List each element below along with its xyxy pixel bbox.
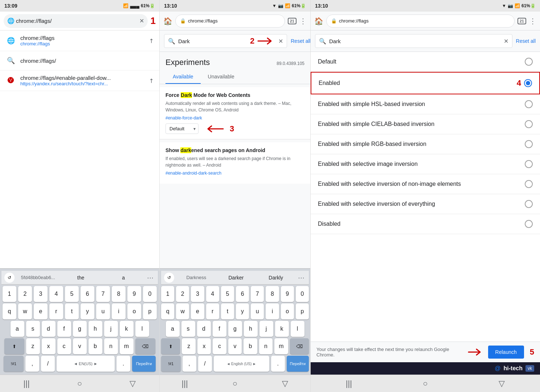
key2-h[interactable]: h bbox=[244, 321, 258, 337]
key2-0[interactable]: 0 bbox=[296, 286, 309, 302]
flags-search-input-2[interactable] bbox=[178, 38, 247, 44]
search-clear-2[interactable]: ✕ bbox=[278, 38, 283, 45]
key2-g[interactable]: g bbox=[228, 321, 242, 337]
key-c[interactable]: c bbox=[57, 338, 71, 354]
suggestion-item-3[interactable]: 🅨 chrome://flags/#enable-parallel-dow...… bbox=[0, 70, 159, 91]
option-hsl[interactable]: Enabled with simple HSL-based inversion bbox=[311, 94, 540, 114]
radio-default[interactable] bbox=[525, 58, 533, 66]
key2-shift[interactable]: ⬆ bbox=[161, 338, 180, 354]
key-0[interactable]: 0 bbox=[143, 286, 157, 302]
key2-sym[interactable]: !#1 bbox=[161, 356, 181, 372]
key-u[interactable]: u bbox=[96, 303, 110, 319]
key-m[interactable]: m bbox=[120, 338, 134, 354]
key2-a[interactable]: a bbox=[166, 321, 180, 337]
key2-p[interactable]: p bbox=[296, 303, 309, 319]
key-5[interactable]: 5 bbox=[65, 286, 79, 302]
key2-r[interactable]: r bbox=[206, 303, 219, 319]
kb-clip-text-1[interactable]: 5fd48bb0eab6... bbox=[17, 273, 59, 282]
chrome-address-bar-2[interactable]: 🔒 chrome://flags bbox=[175, 15, 285, 28]
key2-u[interactable]: u bbox=[251, 303, 264, 319]
key2-3[interactable]: 3 bbox=[191, 286, 204, 302]
option-disabled[interactable]: Disabled bbox=[311, 214, 540, 234]
key-p[interactable]: p bbox=[143, 303, 157, 319]
key-4[interactable]: 4 bbox=[49, 286, 63, 302]
nav-home-3[interactable]: ○ bbox=[417, 375, 434, 392]
kb-word2-1[interactable]: a bbox=[103, 273, 144, 282]
key2-lang[interactable]: ◄ English (US) ► bbox=[214, 356, 269, 372]
key2-o[interactable]: o bbox=[281, 303, 294, 319]
key-b[interactable]: b bbox=[89, 338, 102, 354]
key-8[interactable]: 8 bbox=[112, 286, 126, 302]
key-n[interactable]: n bbox=[104, 338, 118, 354]
key-1[interactable]: 1 bbox=[3, 286, 16, 302]
key-shift-1[interactable]: ⬆ bbox=[4, 338, 24, 354]
key-y[interactable]: y bbox=[81, 303, 94, 319]
key-s[interactable]: s bbox=[26, 321, 40, 337]
key-comma-1[interactable]: , bbox=[25, 356, 39, 372]
key2-2[interactable]: 2 bbox=[176, 286, 189, 302]
key2-s[interactable]: s bbox=[181, 321, 195, 337]
menu-icon-3[interactable]: ⋮ bbox=[529, 17, 536, 25]
key2-t[interactable]: t bbox=[221, 303, 234, 319]
flags-search-input-3[interactable] bbox=[329, 38, 501, 44]
option-sel-image[interactable]: Enabled with selective image inversion bbox=[311, 154, 540, 174]
key-3[interactable]: 3 bbox=[34, 286, 48, 302]
tab-unavailable-2[interactable]: Unavailable bbox=[201, 70, 242, 84]
nav-recents-3[interactable]: ▽ bbox=[493, 375, 511, 392]
key-j[interactable]: j bbox=[104, 321, 118, 337]
menu-icon-2[interactable]: ⋮ bbox=[299, 17, 307, 25]
option-default[interactable]: Default bbox=[311, 52, 540, 72]
key2-7[interactable]: 7 bbox=[251, 286, 264, 302]
key2-e[interactable]: e bbox=[191, 303, 204, 319]
kb-word1-2[interactable]: Darker bbox=[217, 273, 255, 282]
key-z[interactable]: z bbox=[26, 338, 40, 354]
nav-back-2[interactable]: ||| bbox=[176, 375, 193, 392]
key-f[interactable]: f bbox=[57, 321, 71, 337]
key-v[interactable]: v bbox=[73, 338, 87, 354]
key-k[interactable]: k bbox=[120, 321, 134, 337]
key2-4[interactable]: 4 bbox=[206, 286, 219, 302]
option-cielab[interactable]: Enabled with simple CIELAB-based inversi… bbox=[311, 114, 540, 134]
radio-rgb[interactable] bbox=[525, 140, 533, 148]
radio-sel-image[interactable] bbox=[525, 160, 533, 168]
key-x[interactable]: x bbox=[42, 338, 56, 354]
kb-word1-1[interactable]: the bbox=[60, 273, 102, 282]
key2-n[interactable]: n bbox=[259, 338, 273, 354]
option-rgb[interactable]: Enabled with simple RGB-based inversion bbox=[311, 134, 540, 154]
key-d[interactable]: d bbox=[42, 321, 56, 337]
key2-l[interactable]: l bbox=[291, 321, 304, 337]
radio-enabled[interactable] bbox=[524, 79, 532, 87]
option-everything[interactable]: Enabled with selective inversion of ever… bbox=[311, 194, 540, 214]
nav-recents-1[interactable]: ▽ bbox=[124, 375, 142, 392]
key2-d[interactable]: d bbox=[197, 321, 211, 337]
key2-w[interactable]: w bbox=[176, 303, 189, 319]
key-action-1[interactable]: Перейти bbox=[132, 356, 156, 372]
nav-home-1[interactable]: ○ bbox=[71, 375, 88, 392]
exp2-link[interactable]: #enable-android-dark-search bbox=[165, 171, 304, 176]
radio-hsl[interactable] bbox=[525, 100, 533, 108]
exp1-link[interactable]: #enable-force-dark bbox=[165, 115, 304, 121]
key2-action[interactable]: Перейти bbox=[287, 356, 309, 372]
key2-q[interactable]: q bbox=[161, 303, 174, 319]
nav-back-1[interactable]: ||| bbox=[18, 375, 35, 392]
key-i[interactable]: i bbox=[112, 303, 126, 319]
key-q[interactable]: q bbox=[3, 303, 16, 319]
key2-9[interactable]: 9 bbox=[281, 286, 294, 302]
key-6[interactable]: 6 bbox=[81, 286, 94, 302]
suggestion-item-1[interactable]: 🌐 chrome://flags chrome://flags ↗ bbox=[0, 30, 159, 51]
key2-x[interactable]: x bbox=[197, 338, 211, 354]
key2-f[interactable]: f bbox=[213, 321, 226, 337]
option-non-image[interactable]: Enabled with selective inversion of non-… bbox=[311, 174, 540, 194]
key-7[interactable]: 7 bbox=[96, 286, 110, 302]
key2-k[interactable]: k bbox=[275, 321, 289, 337]
key-r[interactable]: r bbox=[49, 303, 63, 319]
key2-y[interactable]: y bbox=[236, 303, 249, 319]
key2-8[interactable]: 8 bbox=[266, 286, 279, 302]
kb-word2-2[interactable]: Darkly bbox=[257, 273, 295, 282]
key2-5[interactable]: 5 bbox=[221, 286, 234, 302]
key-h[interactable]: h bbox=[89, 321, 102, 337]
home-icon-2[interactable]: 🏠 bbox=[163, 17, 172, 25]
key-e[interactable]: e bbox=[34, 303, 48, 319]
radio-disabled[interactable] bbox=[525, 220, 533, 228]
radio-everything[interactable] bbox=[525, 200, 533, 208]
